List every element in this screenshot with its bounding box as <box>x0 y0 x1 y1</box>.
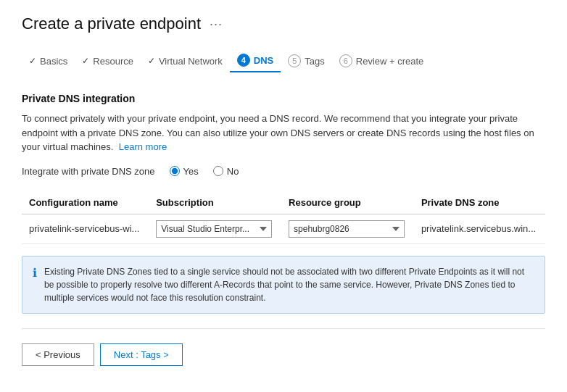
step-resource[interactable]: ✓ Resource <box>75 51 141 71</box>
step-tags[interactable]: 5 Tags <box>281 50 331 72</box>
cell-config-name: privatelink-servicebus-wi... <box>22 214 149 243</box>
col-config-name: Configuration name <box>22 191 149 214</box>
learn-more-link[interactable]: Learn more <box>119 141 167 152</box>
step-check-icon: ✓ <box>29 56 36 66</box>
description-main: To connect privately with your private e… <box>22 113 534 152</box>
step-check-icon: ✓ <box>82 56 89 66</box>
ellipsis-menu-button[interactable]: ··· <box>210 17 223 32</box>
col-resource-group: Resource group <box>281 191 414 214</box>
col-dns-zone: Private DNS zone <box>414 191 545 214</box>
step-dns[interactable]: 4 DNS <box>230 49 281 72</box>
radio-yes-option[interactable]: Yes <box>170 166 199 177</box>
cell-resource-group[interactable]: spehubrg0826 <box>281 214 414 243</box>
cell-dns-zone: privatelink.servicebus.win... <box>414 214 545 243</box>
radio-no-input[interactable] <box>213 166 223 176</box>
step-tags-label: Tags <box>305 56 324 67</box>
footer-divider <box>22 328 545 329</box>
step-virtual-network[interactable]: ✓ Virtual Network <box>141 51 230 71</box>
resource-group-select[interactable]: spehubrg0826 <box>289 220 405 238</box>
info-icon: ℹ <box>33 266 37 280</box>
col-subscription: Subscription <box>149 191 281 214</box>
radio-yes-input[interactable] <box>170 166 180 176</box>
subscription-select[interactable]: Visual Studio Enterpr... <box>156 220 272 238</box>
page-title: Create a private endpoint <box>22 14 201 33</box>
section-title: Private DNS integration <box>22 93 545 104</box>
step-review-create[interactable]: 6 Review + create <box>332 50 431 72</box>
dns-integration-radio-group: Integrate with private DNS zone Yes No <box>22 166 545 177</box>
table-row: privatelink-servicebus-wi... Visual Stud… <box>22 214 545 243</box>
step-dns-label: DNS <box>254 55 273 66</box>
step-review-create-label: Review + create <box>356 56 424 67</box>
step-num-review: 6 <box>339 54 352 67</box>
step-virtual-network-label: Virtual Network <box>159 56 223 67</box>
integrate-label: Integrate with private DNS zone <box>22 166 155 177</box>
steps-bar: ✓ Basics ✓ Resource ✓ Virtual Network 4 … <box>22 49 545 72</box>
step-basics[interactable]: ✓ Basics <box>22 51 75 71</box>
step-basics-label: Basics <box>40 56 67 67</box>
info-box-text: Existing Private DNS Zones tied to a sin… <box>44 265 534 304</box>
step-check-icon: ✓ <box>148 56 155 66</box>
dns-table: Configuration name Subscription Resource… <box>22 191 545 244</box>
description-text: To connect privately with your private e… <box>22 112 545 154</box>
step-num-dns: 4 <box>237 54 250 67</box>
previous-button[interactable]: < Previous <box>22 343 94 366</box>
radio-no-label: No <box>227 166 239 177</box>
step-num-tags: 5 <box>288 54 301 67</box>
radio-no-option[interactable]: No <box>213 166 239 177</box>
footer-buttons: < Previous Next : Tags > <box>22 343 545 373</box>
step-resource-label: Resource <box>93 56 133 67</box>
cell-subscription[interactable]: Visual Studio Enterpr... <box>149 214 281 243</box>
info-box: ℹ Existing Private DNS Zones tied to a s… <box>22 256 545 314</box>
next-button[interactable]: Next : Tags > <box>100 343 183 366</box>
radio-yes-label: Yes <box>183 166 199 177</box>
